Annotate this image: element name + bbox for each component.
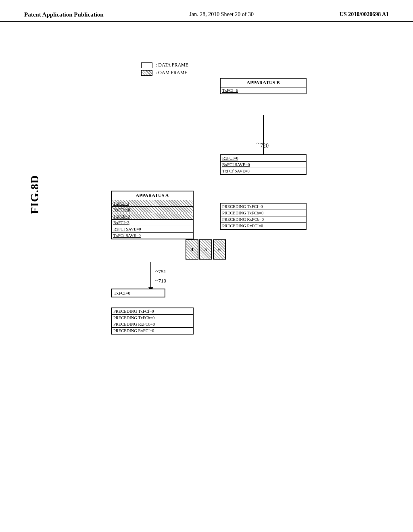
legend: : DATA FRAME : OAM FRAME — [141, 62, 188, 76]
page-header: Patent Application Publication Jan. 28, … — [0, 0, 413, 22]
apparatus-a-preceding: PRECEDING TxFCf=0 PRECEDING TxFCb=0 PREC… — [111, 308, 194, 335]
preceding-b-4: PRECEDING RxFCI=0 — [220, 223, 307, 230]
frame-4: 4 — [186, 239, 198, 260]
legend-box-data — [141, 62, 152, 68]
preceding-b-1: PRECEDING TxFCf=0 — [220, 203, 307, 210]
vertical-line-b — [263, 115, 264, 156]
main-content: FIG.8D : DATA FRAME : OAM FRAME 720 ~ AP… — [0, 22, 413, 522]
patent-number: US 2010/0020698 A1 — [340, 11, 389, 18]
tilde-710: ~ — [155, 278, 159, 284]
frame-6: 6 — [213, 239, 226, 260]
figure-label: FIG.8D — [28, 175, 41, 214]
preceding-a-1: PRECEDING TxFCf=0 — [111, 308, 194, 315]
apparatus-a-rxfcb: RxFCb=0 — [111, 207, 194, 214]
apparatus-b-txfcf-save: TxFCf SAVE=0 — [220, 168, 307, 175]
legend-oam-label: : OAM FRAME — [156, 70, 188, 76]
apparatus-a-txfcb: TxFCb=0 — [111, 213, 194, 220]
label-751: ~751 — [155, 268, 166, 275]
apparatus-a-top: APPARATUS A TxFCf=3 RxFCb=0 TxFCb=0 RxFC… — [111, 191, 194, 239]
apparatus-a-rxfci-save: RxFCI SAVE=0 — [111, 226, 194, 233]
apparatus-a-txfcf: TxFCf=3 — [111, 200, 194, 207]
legend-data-frame: : DATA FRAME — [141, 62, 188, 68]
frame-5: 5 — [199, 239, 212, 260]
tilde-751: ~ — [155, 268, 159, 274]
sheet-info: Jan. 28, 2010 Sheet 20 of 30 — [190, 11, 254, 18]
apparatus-b-middle: RxFCI=0 RxFCI SAVE=0 TxFCf SAVE=0 — [220, 155, 307, 175]
preceding-a-4: PRECEDING RxFCI=0 — [111, 328, 194, 335]
apparatus-a-txfcf-save: TxFCf SAVE=0 — [111, 233, 194, 239]
apparatus-b-top: APPARATUS B TxFCI=6 — [220, 78, 307, 94]
arrow-down — [150, 262, 151, 288]
legend-data-label: : DATA FRAME — [156, 62, 188, 68]
legend-oam-frame: : OAM FRAME — [141, 70, 188, 76]
apparatus-a-header: APPARATUS A — [111, 191, 194, 201]
tilde-720: ~ — [257, 141, 260, 147]
apparatus-b-rxfci: RxFCI=0 — [220, 154, 307, 162]
label-720: 720 — [260, 143, 269, 149]
txfci-box-a: TxFCI=0 — [111, 289, 165, 297]
apparatus-b-txfci: TxFCI=6 — [220, 87, 307, 94]
preceding-b-2: PRECEDING TxFCb=0 — [220, 210, 307, 217]
preceding-a-2: PRECEDING TxFCb=0 — [111, 315, 194, 322]
apparatus-b-header: APPARATUS B — [220, 78, 307, 88]
apparatus-a-rxfci: RxFCI=3 — [111, 220, 194, 227]
preceding-b-3: PRECEDING RxFCb=0 — [220, 216, 307, 223]
apparatus-b-preceding: PRECEDING TxFCf=0 PRECEDING TxFCb=0 PREC… — [220, 203, 307, 230]
preceding-a-3: PRECEDING RxFCb=0 — [111, 321, 194, 328]
apparatus-b-rxfci-save: RxFCI SAVE=0 — [220, 162, 307, 168]
label-710: ~710 — [155, 278, 166, 284]
publication-title: Patent Application Publication — [24, 11, 104, 18]
legend-box-oam — [141, 70, 152, 76]
